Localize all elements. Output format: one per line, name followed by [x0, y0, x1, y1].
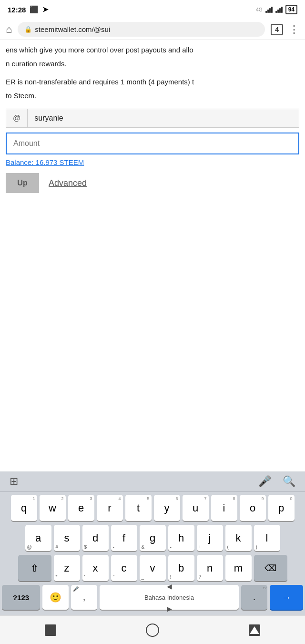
- nav-home-circle[interactable]: [146, 624, 159, 637]
- description2: ER is non-transferable and requires 1 mo…: [6, 72, 299, 101]
- key-z[interactable]: *z: [54, 555, 80, 581]
- key-j[interactable]: +j: [197, 525, 223, 551]
- url-text: steemitwallet.com/@sui: [35, 25, 110, 33]
- status-left: 12:28 ⬛ ➤: [8, 5, 49, 14]
- key-e[interactable]: 3e: [68, 495, 94, 521]
- home-icon[interactable]: ⌂: [6, 23, 12, 36]
- key-l[interactable]: )l: [254, 525, 280, 551]
- status-right: 4G 94: [256, 5, 297, 14]
- signal-bars-2: [275, 6, 283, 13]
- desc-line5: to Steem.: [6, 91, 299, 102]
- power-up-button[interactable]: Up: [6, 173, 39, 193]
- bottom-nav: [0, 615, 305, 644]
- lock-icon: 🔒: [24, 26, 32, 33]
- mic-icon[interactable]: 🎤: [258, 475, 271, 488]
- key-s[interactable]: #s: [54, 525, 80, 551]
- key-row-3: ⇧ *z 'x "c _v !b ?n m ⌫: [2, 555, 303, 581]
- key-123[interactable]: ?123: [2, 585, 40, 610]
- amount-input[interactable]: [7, 133, 298, 153]
- key-enter[interactable]: →: [270, 585, 303, 610]
- key-row-1: 1q 2w 3e 4r 5t 6y 7u 8i 9o 0p: [2, 495, 303, 521]
- nav-triangle[interactable]: [249, 624, 260, 636]
- key-row-2: @a #s $d -f &g -h +j (k )l: [2, 525, 303, 551]
- form-section: @ suryanie Balance: 16.973 STEEM Up Adva…: [6, 104, 299, 207]
- advanced-link[interactable]: Advanced: [49, 178, 87, 188]
- balance-display[interactable]: Balance: 16.973 STEEM: [6, 158, 299, 166]
- key-r[interactable]: 4r: [97, 495, 123, 521]
- action-row: Up Advanced: [6, 173, 299, 193]
- key-v[interactable]: _v: [140, 555, 166, 581]
- username-row: @ suryanie: [6, 109, 299, 128]
- key-space[interactable]: ◀ Bahasa Indonesia ▶: [100, 585, 239, 610]
- desc-line1: ens which give you more control over pos…: [6, 45, 299, 56]
- nav-back-square[interactable]: [45, 624, 56, 636]
- key-row-4: ?123 🙂 🎤 , ◀ Bahasa Indonesia ▶ !? . →: [2, 585, 303, 610]
- key-n[interactable]: ?n: [197, 555, 223, 581]
- battery: 94: [285, 5, 297, 14]
- toolbar-right: 🎤 🔍: [258, 475, 295, 488]
- key-k[interactable]: (k: [225, 525, 252, 551]
- key-period[interactable]: !? .: [241, 585, 267, 610]
- keyboard: ⊞ 🎤 🔍 1q 2w 3e 4r 5t 6y 7u 8i 9o 0p @a #…: [0, 471, 305, 615]
- key-o[interactable]: 9o: [240, 495, 266, 521]
- key-t[interactable]: 5t: [125, 495, 152, 521]
- tab-count[interactable]: 4: [271, 24, 283, 35]
- network-label: 4G: [256, 7, 262, 12]
- key-delete[interactable]: ⌫: [254, 555, 287, 581]
- desc-line4: ER is non-transferable and requires 1 mo…: [6, 77, 299, 88]
- status-bar: 12:28 ⬛ ➤ 4G 94: [0, 0, 305, 19]
- key-u[interactable]: 7u: [183, 495, 209, 521]
- key-c[interactable]: "c: [111, 555, 137, 581]
- send-icon: ➤: [42, 5, 49, 14]
- key-i[interactable]: 8i: [211, 495, 237, 521]
- amount-input-wrapper[interactable]: [6, 133, 299, 154]
- key-p[interactable]: 0p: [268, 495, 295, 521]
- keyboard-toolbar: ⊞ 🎤 🔍: [0, 471, 305, 492]
- username-display: suryanie: [28, 109, 299, 127]
- key-emoji[interactable]: 🙂: [42, 585, 69, 610]
- key-f[interactable]: -f: [111, 525, 137, 551]
- search-icon[interactable]: 🔍: [283, 475, 295, 488]
- svg-marker-0: [250, 626, 259, 634]
- key-x[interactable]: 'x: [82, 555, 109, 581]
- key-a[interactable]: @a: [25, 525, 51, 551]
- key-m[interactable]: m: [225, 555, 252, 581]
- menu-dots-icon[interactable]: ⋮: [289, 23, 299, 36]
- grid-icon[interactable]: ⊞: [10, 475, 18, 488]
- description: ens which give you more control over pos…: [6, 40, 299, 69]
- key-y[interactable]: 6y: [154, 495, 180, 521]
- at-prefix: @: [6, 109, 28, 127]
- key-shift[interactable]: ⇧: [18, 555, 51, 581]
- key-d[interactable]: $d: [82, 525, 109, 551]
- key-q[interactable]: 1q: [11, 495, 37, 521]
- time: 12:28: [8, 6, 26, 14]
- signal-bars-1: [265, 6, 273, 13]
- browser-bar[interactable]: ⌂ 🔒 steemitwallet.com/@sui 4 ⋮: [0, 19, 305, 40]
- message-icon: ⬛: [30, 5, 39, 14]
- page-content: ens which give you more control over pos…: [0, 40, 305, 207]
- key-g[interactable]: &g: [140, 525, 166, 551]
- key-h[interactable]: -h: [168, 525, 194, 551]
- desc-line2: n curation rewards.: [6, 59, 299, 70]
- key-comma[interactable]: 🎤 ,: [71, 585, 97, 610]
- url-bar[interactable]: 🔒 steemitwallet.com/@sui: [18, 22, 265, 37]
- key-w[interactable]: 2w: [40, 495, 66, 521]
- key-b[interactable]: !b: [168, 555, 194, 581]
- keyboard-body: 1q 2w 3e 4r 5t 6y 7u 8i 9o 0p @a #s $d -…: [0, 492, 305, 615]
